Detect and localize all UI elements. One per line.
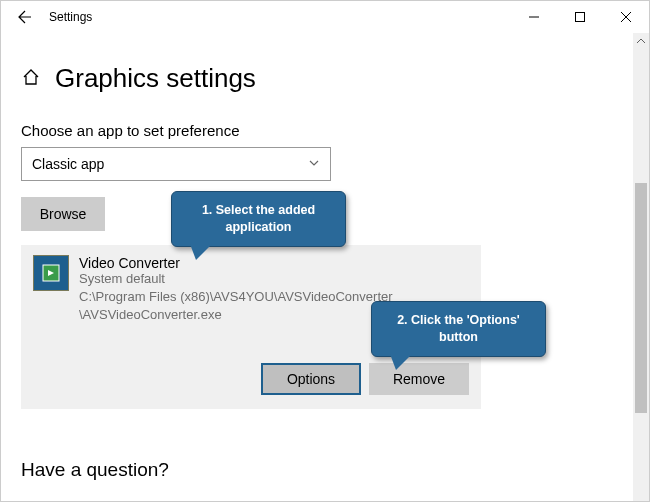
maximize-icon xyxy=(575,12,585,22)
maximize-button[interactable] xyxy=(557,1,603,33)
svg-rect-0 xyxy=(576,13,585,22)
home-icon xyxy=(21,67,41,91)
back-arrow-icon xyxy=(17,9,33,25)
app-icon xyxy=(33,255,69,291)
app-type-dropdown[interactable]: Classic app xyxy=(21,147,331,181)
back-button[interactable] xyxy=(5,1,45,33)
close-icon xyxy=(621,12,631,22)
have-a-question-heading: Have a question? xyxy=(21,459,613,481)
dropdown-value: Classic app xyxy=(32,156,104,172)
app-name: Video Converter xyxy=(79,255,469,271)
scroll-thumb[interactable] xyxy=(635,183,647,413)
content-area: Graphics settings Choose an app to set p… xyxy=(1,33,633,501)
callout-tail-icon xyxy=(390,354,412,370)
instruction-callout-2: 2. Click the 'Options' button xyxy=(371,301,546,357)
window-controls xyxy=(511,1,649,33)
app-default-text: System default xyxy=(79,271,469,286)
choose-app-label: Choose an app to set preference xyxy=(21,122,613,139)
chevron-down-icon xyxy=(308,156,320,172)
remove-button[interactable]: Remove xyxy=(369,363,469,395)
instruction-callout-1: 1. Select the added application xyxy=(171,191,346,247)
minimize-icon xyxy=(529,12,539,22)
scroll-up-button[interactable] xyxy=(633,33,649,49)
page-header: Graphics settings xyxy=(21,63,613,94)
close-button[interactable] xyxy=(603,1,649,33)
minimize-button[interactable] xyxy=(511,1,557,33)
options-button[interactable]: Options xyxy=(261,363,361,395)
callout-tail-icon xyxy=(190,244,212,260)
browse-button[interactable]: Browse xyxy=(21,197,105,231)
titlebar: Settings xyxy=(1,1,649,33)
page-title: Graphics settings xyxy=(55,63,256,94)
window-title: Settings xyxy=(49,10,92,24)
vertical-scrollbar[interactable] xyxy=(633,33,649,501)
chevron-up-icon xyxy=(633,33,649,49)
